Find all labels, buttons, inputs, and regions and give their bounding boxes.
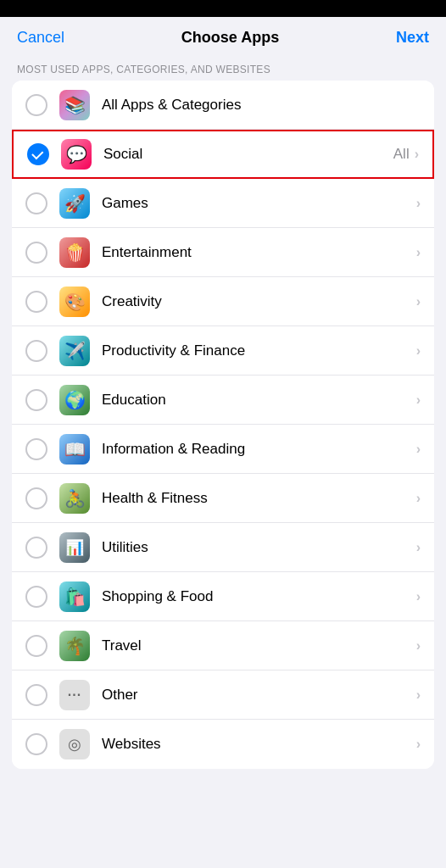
icon-websites: ◎ (59, 729, 90, 760)
label-health: Health & Fitness (102, 490, 416, 507)
label-social: Social (103, 146, 393, 163)
categories-list: 📚All Apps & Categories💬SocialAll›🚀Games›… (12, 81, 434, 769)
chevron-creativity: › (416, 294, 421, 309)
label-education: Education (102, 392, 416, 409)
radio-productivity[interactable] (25, 340, 47, 362)
icon-all-apps: 📚 (59, 90, 90, 120)
icon-shopping: 🛍️ (59, 581, 90, 612)
page-title: Choose Apps (181, 29, 279, 47)
radio-all-apps[interactable] (25, 94, 47, 116)
label-websites: Websites (102, 736, 416, 753)
radio-travel[interactable] (25, 635, 47, 657)
chevron-productivity: › (416, 343, 421, 359)
radio-entertainment[interactable] (25, 242, 47, 264)
list-item-utilities[interactable]: 📊Utilities› (12, 523, 434, 572)
icon-utilities: 📊 (59, 532, 90, 563)
list-item-shopping[interactable]: 🛍️Shopping & Food› (12, 572, 434, 621)
status-bar (0, 0, 446, 17)
label-all-apps: All Apps & Categories (102, 97, 421, 114)
section-header: MOST USED APPS, CATEGORIES, AND WEBSITES (0, 55, 446, 81)
label-entertainment: Entertainment (102, 244, 416, 261)
list-item-other[interactable]: ···Other› (12, 670, 434, 720)
chevron-info-reading: › (416, 442, 421, 457)
list-item-websites[interactable]: ◎Websites› (12, 720, 434, 769)
list-item-entertainment[interactable]: 🍿Entertainment› (12, 228, 434, 277)
chevron-travel: › (416, 638, 421, 654)
list-item-creativity[interactable]: 🎨Creativity› (12, 277, 434, 326)
chevron-entertainment: › (416, 245, 421, 260)
label-games: Games (102, 195, 416, 212)
list-item-all-apps[interactable]: 📚All Apps & Categories (12, 81, 434, 130)
chevron-social: › (415, 147, 419, 162)
list-item-travel[interactable]: 🌴Travel› (12, 621, 434, 670)
chevron-shopping: › (416, 589, 421, 604)
radio-games[interactable] (25, 192, 47, 214)
label-info-reading: Information & Reading (102, 441, 416, 458)
list-item-education[interactable]: 🌍Education› (12, 376, 434, 425)
icon-travel: 🌴 (59, 631, 90, 661)
radio-info-reading[interactable] (25, 438, 47, 460)
chevron-other: › (416, 687, 421, 703)
list-item-productivity[interactable]: ✈️Productivity & Finance› (12, 326, 434, 376)
radio-shopping[interactable] (25, 586, 47, 608)
icon-games: 🚀 (59, 188, 90, 219)
label-utilities: Utilities (102, 539, 416, 556)
list-item-health[interactable]: 🚴Health & Fitness› (12, 474, 434, 523)
radio-utilities[interactable] (25, 537, 47, 559)
chevron-health: › (416, 491, 421, 506)
icon-social: 💬 (61, 139, 92, 170)
icon-education: 🌍 (59, 385, 90, 415)
icon-other: ··· (59, 680, 90, 710)
radio-health[interactable] (25, 487, 47, 509)
radio-education[interactable] (25, 389, 47, 411)
list-item-games[interactable]: 🚀Games› (12, 179, 434, 228)
detail-social: All (393, 146, 410, 163)
label-creativity: Creativity (102, 293, 416, 310)
icon-info-reading: 📖 (59, 434, 90, 465)
label-other: Other (102, 687, 416, 704)
label-travel: Travel (102, 637, 416, 654)
icon-entertainment: 🍿 (59, 237, 90, 268)
chevron-games: › (416, 196, 421, 211)
list-item-social[interactable]: 💬SocialAll› (12, 130, 434, 179)
list-item-info-reading[interactable]: 📖Information & Reading› (12, 425, 434, 474)
chevron-websites: › (416, 737, 421, 752)
next-button[interactable]: Next (396, 29, 429, 47)
radio-creativity[interactable] (25, 291, 47, 313)
icon-health: 🚴 (59, 483, 90, 514)
label-productivity: Productivity & Finance (102, 342, 416, 359)
radio-social[interactable] (27, 143, 49, 165)
icon-productivity: ✈️ (59, 336, 90, 366)
icon-creativity: 🎨 (59, 287, 90, 317)
chevron-utilities: › (416, 540, 421, 555)
radio-websites[interactable] (25, 733, 47, 755)
radio-other[interactable] (25, 684, 47, 706)
nav-bar: Cancel Choose Apps Next (0, 17, 446, 55)
label-shopping: Shopping & Food (102, 588, 416, 605)
cancel-button[interactable]: Cancel (17, 29, 64, 47)
chevron-education: › (416, 392, 421, 408)
